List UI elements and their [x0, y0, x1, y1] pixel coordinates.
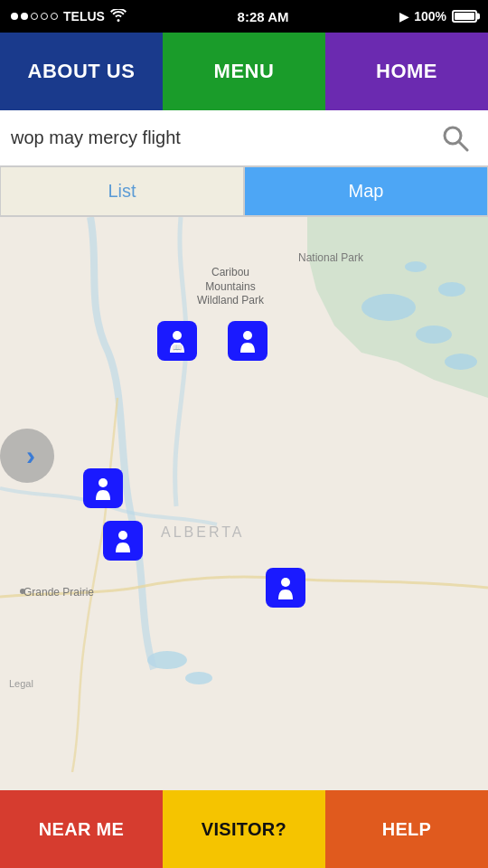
bottom-nav: NEAR ME VISITOR? HELP	[0, 790, 488, 868]
battery-percent: 100%	[414, 9, 446, 24]
person-marker-icon-2	[234, 327, 261, 354]
search-button[interactable]	[434, 117, 477, 160]
location-icon: ▶	[399, 10, 408, 24]
chevron-next-button[interactable]: ›	[0, 429, 54, 483]
dot-3	[31, 13, 38, 20]
svg-point-16	[281, 578, 290, 587]
dot-5	[51, 13, 58, 20]
map-marker-5[interactable]	[266, 568, 305, 608]
map-marker-3[interactable]	[83, 468, 123, 508]
dot-2	[21, 13, 28, 20]
about-us-button[interactable]: ABOUT US	[0, 33, 163, 110]
svg-point-3	[361, 294, 416, 321]
visitor-label: VISITOR?	[202, 819, 286, 840]
search-input[interactable]: wop may mercy flight	[11, 127, 427, 148]
help-button[interactable]: HELP	[325, 790, 488, 868]
svg-point-6	[405, 261, 427, 272]
near-me-button[interactable]: NEAR ME	[0, 790, 163, 868]
svg-point-15	[118, 531, 127, 540]
top-nav: ABOUT US MENU HOME	[0, 33, 488, 110]
list-label: List	[108, 181, 136, 202]
visitor-button[interactable]: VISITOR?	[163, 790, 325, 868]
carrier-label: TELUS	[63, 9, 105, 24]
search-bar: wop may mercy flight	[0, 110, 488, 166]
svg-point-5	[438, 282, 465, 297]
battery-icon	[452, 10, 477, 23]
chevron-right-icon: ›	[26, 440, 35, 471]
about-us-label: ABOUT US	[28, 60, 136, 83]
wifi-icon	[110, 9, 127, 24]
signal-dots	[11, 13, 58, 20]
dot-1	[11, 13, 18, 20]
toggle-bar: List Map	[0, 166, 488, 217]
search-icon	[439, 122, 472, 155]
near-me-label: NEAR ME	[39, 819, 124, 840]
person-marker-icon-3	[89, 475, 117, 502]
map-label: Map	[349, 181, 384, 202]
menu-button[interactable]: MENU	[163, 33, 325, 110]
dot-4	[41, 13, 48, 20]
person-marker-icon-4	[109, 527, 136, 554]
help-label: HELP	[382, 819, 432, 840]
map-marker-4[interactable]	[103, 521, 143, 561]
svg-line-1	[459, 142, 467, 150]
status-left: TELUS	[11, 9, 127, 24]
status-bar: TELUS 8:28 AM ▶ 100%	[0, 0, 488, 33]
map-background	[0, 217, 488, 772]
list-toggle-button[interactable]: List	[0, 166, 244, 216]
grande-prairie-dot	[20, 589, 25, 594]
map-area: Caribou Mountains Wildland Park National…	[0, 217, 488, 772]
svg-point-14	[99, 478, 108, 487]
status-right: ▶ 100%	[399, 9, 477, 24]
svg-point-10	[173, 331, 182, 340]
person-marker-icon-1: 📖	[164, 327, 191, 354]
home-button[interactable]: HOME	[325, 33, 488, 110]
map-toggle-button[interactable]: Map	[244, 166, 488, 216]
svg-text:📖: 📖	[173, 343, 182, 352]
map-marker-2[interactable]	[228, 321, 267, 361]
menu-label: MENU	[214, 60, 275, 83]
svg-point-7	[445, 354, 477, 370]
svg-point-9	[185, 672, 212, 684]
home-label: HOME	[376, 60, 437, 83]
svg-point-13	[243, 331, 252, 340]
time-label: 8:28 AM	[238, 9, 289, 24]
svg-point-4	[416, 326, 452, 344]
map-marker-1[interactable]: 📖	[157, 321, 197, 361]
person-marker-icon-5	[272, 574, 299, 601]
